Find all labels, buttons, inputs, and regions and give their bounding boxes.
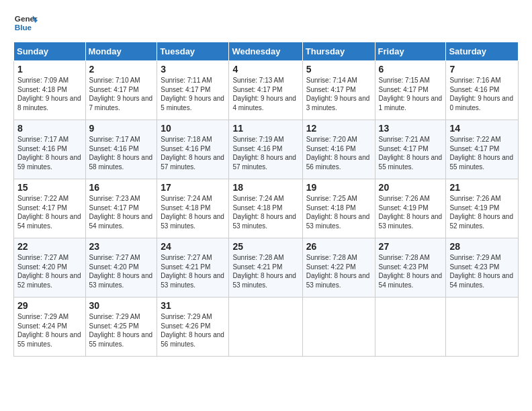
day-number: 3 — [161, 64, 225, 75]
calendar-cell: 11 Sunrise: 7:19 AM Sunset: 4:16 PM Dayl… — [229, 120, 302, 179]
day-number: 5 — [306, 64, 371, 75]
day-detail: Sunrise: 7:14 AM Sunset: 4:17 PM Dayligh… — [306, 76, 371, 112]
day-number: 18 — [232, 182, 298, 193]
day-number: 17 — [161, 182, 225, 193]
calendar-cell: 4 Sunrise: 7:13 AM Sunset: 4:17 PM Dayli… — [229, 61, 302, 120]
calendar-cell: 25 Sunrise: 7:28 AM Sunset: 4:21 PM Dayl… — [229, 238, 302, 298]
day-number: 9 — [89, 123, 154, 134]
calendar-cell: 19 Sunrise: 7:25 AM Sunset: 4:18 PM Dayl… — [302, 179, 375, 238]
day-detail: Sunrise: 7:19 AM Sunset: 4:16 PM Dayligh… — [232, 135, 298, 171]
logo: General Blue — [13, 11, 40, 35]
calendar-week-row: 15 Sunrise: 7:22 AM Sunset: 4:17 PM Dayl… — [14, 179, 519, 238]
calendar-week-row: 29 Sunrise: 7:29 AM Sunset: 4:24 PM Dayl… — [14, 298, 519, 357]
day-number: 11 — [232, 123, 298, 134]
calendar-day-header: Tuesday — [157, 42, 229, 61]
calendar-cell: 27 Sunrise: 7:28 AM Sunset: 4:23 PM Dayl… — [375, 238, 446, 298]
calendar-cell: 2 Sunrise: 7:10 AM Sunset: 4:17 PM Dayli… — [85, 61, 157, 120]
day-detail: Sunrise: 7:18 AM Sunset: 4:16 PM Dayligh… — [161, 135, 225, 171]
day-detail: Sunrise: 7:28 AM Sunset: 4:23 PM Dayligh… — [379, 253, 443, 289]
day-detail: Sunrise: 7:22 AM Sunset: 4:17 PM Dayligh… — [17, 194, 82, 230]
day-detail: Sunrise: 7:13 AM Sunset: 4:17 PM Dayligh… — [232, 76, 298, 112]
day-detail: Sunrise: 7:29 AM Sunset: 4:23 PM Dayligh… — [449, 253, 515, 289]
calendar-day-header: Thursday — [302, 42, 375, 61]
calendar-day-header: Wednesday — [229, 42, 302, 61]
day-number: 14 — [449, 123, 515, 134]
day-detail: Sunrise: 7:16 AM Sunset: 4:16 PM Dayligh… — [449, 76, 515, 112]
calendar-cell: 9 Sunrise: 7:17 AM Sunset: 4:16 PM Dayli… — [85, 120, 157, 179]
day-detail: Sunrise: 7:22 AM Sunset: 4:17 PM Dayligh… — [449, 135, 515, 171]
calendar-cell: 30 Sunrise: 7:29 AM Sunset: 4:25 PM Dayl… — [85, 298, 157, 357]
day-number: 6 — [379, 64, 443, 75]
day-number: 23 — [89, 241, 154, 252]
day-number: 24 — [161, 241, 225, 252]
calendar-cell: 21 Sunrise: 7:26 AM Sunset: 4:19 PM Dayl… — [446, 179, 519, 238]
day-detail: Sunrise: 7:21 AM Sunset: 4:17 PM Dayligh… — [379, 135, 443, 171]
day-detail: Sunrise: 7:17 AM Sunset: 4:16 PM Dayligh… — [89, 135, 154, 171]
calendar-cell: 18 Sunrise: 7:24 AM Sunset: 4:18 PM Dayl… — [229, 179, 302, 238]
calendar-cell: 15 Sunrise: 7:22 AM Sunset: 4:17 PM Dayl… — [14, 179, 86, 238]
calendar-cell — [229, 298, 302, 357]
day-detail: Sunrise: 7:27 AM Sunset: 4:21 PM Dayligh… — [161, 253, 225, 289]
day-number: 10 — [161, 123, 225, 134]
calendar-day-header: Saturday — [446, 42, 519, 61]
calendar-cell: 24 Sunrise: 7:27 AM Sunset: 4:21 PM Dayl… — [157, 238, 229, 298]
calendar-week-row: 1 Sunrise: 7:09 AM Sunset: 4:18 PM Dayli… — [14, 61, 519, 120]
calendar-cell: 22 Sunrise: 7:27 AM Sunset: 4:20 PM Dayl… — [14, 238, 86, 298]
day-number: 25 — [232, 241, 298, 252]
calendar-cell: 5 Sunrise: 7:14 AM Sunset: 4:17 PM Dayli… — [302, 61, 375, 120]
day-detail: Sunrise: 7:28 AM Sunset: 4:21 PM Dayligh… — [232, 253, 298, 289]
day-number: 16 — [89, 182, 154, 193]
day-number: 1 — [17, 64, 82, 75]
day-detail: Sunrise: 7:17 AM Sunset: 4:16 PM Dayligh… — [17, 135, 82, 171]
calendar-cell: 14 Sunrise: 7:22 AM Sunset: 4:17 PM Dayl… — [446, 120, 519, 179]
calendar-cell: 20 Sunrise: 7:26 AM Sunset: 4:19 PM Dayl… — [375, 179, 446, 238]
header: General Blue — [13, 11, 519, 35]
calendar-cell: 31 Sunrise: 7:29 AM Sunset: 4:26 PM Dayl… — [157, 298, 229, 357]
day-number: 22 — [17, 241, 82, 252]
day-detail: Sunrise: 7:23 AM Sunset: 4:17 PM Dayligh… — [89, 194, 154, 230]
calendar-cell: 17 Sunrise: 7:24 AM Sunset: 4:18 PM Dayl… — [157, 179, 229, 238]
day-detail: Sunrise: 7:25 AM Sunset: 4:18 PM Dayligh… — [306, 194, 371, 230]
day-number: 7 — [449, 64, 515, 75]
day-detail: Sunrise: 7:29 AM Sunset: 4:26 PM Dayligh… — [161, 312, 225, 349]
day-detail: Sunrise: 7:26 AM Sunset: 4:19 PM Dayligh… — [379, 194, 443, 230]
day-detail: Sunrise: 7:26 AM Sunset: 4:19 PM Dayligh… — [449, 194, 515, 230]
calendar-cell: 3 Sunrise: 7:11 AM Sunset: 4:17 PM Dayli… — [157, 61, 229, 120]
calendar-cell: 8 Sunrise: 7:17 AM Sunset: 4:16 PM Dayli… — [14, 120, 86, 179]
day-number: 20 — [379, 182, 443, 193]
day-number: 28 — [449, 241, 515, 252]
calendar-header-row: SundayMondayTuesdayWednesdayThursdayFrid… — [14, 42, 519, 61]
calendar-cell — [446, 298, 519, 357]
calendar-day-header: Monday — [85, 42, 157, 61]
calendar-cell: 13 Sunrise: 7:21 AM Sunset: 4:17 PM Dayl… — [375, 120, 446, 179]
day-number: 29 — [17, 300, 82, 311]
day-detail: Sunrise: 7:20 AM Sunset: 4:16 PM Dayligh… — [306, 135, 371, 171]
day-number: 31 — [161, 300, 225, 311]
day-detail: Sunrise: 7:29 AM Sunset: 4:25 PM Dayligh… — [89, 312, 154, 349]
day-detail: Sunrise: 7:28 AM Sunset: 4:22 PM Dayligh… — [306, 253, 371, 289]
svg-text:Blue: Blue — [15, 23, 32, 32]
day-number: 15 — [17, 182, 82, 193]
day-detail: Sunrise: 7:27 AM Sunset: 4:20 PM Dayligh… — [89, 253, 154, 289]
day-detail: Sunrise: 7:10 AM Sunset: 4:17 PM Dayligh… — [89, 76, 154, 112]
day-number: 30 — [89, 300, 154, 311]
day-detail: Sunrise: 7:24 AM Sunset: 4:18 PM Dayligh… — [161, 194, 225, 230]
day-number: 26 — [306, 241, 371, 252]
calendar-day-header: Sunday — [14, 42, 86, 61]
day-number: 27 — [379, 241, 443, 252]
calendar-cell: 12 Sunrise: 7:20 AM Sunset: 4:16 PM Dayl… — [302, 120, 375, 179]
calendar-day-header: Friday — [375, 42, 446, 61]
calendar-cell: 29 Sunrise: 7:29 AM Sunset: 4:24 PM Dayl… — [14, 298, 86, 357]
calendar-week-row: 22 Sunrise: 7:27 AM Sunset: 4:20 PM Dayl… — [14, 238, 519, 298]
calendar-cell: 1 Sunrise: 7:09 AM Sunset: 4:18 PM Dayli… — [14, 61, 86, 120]
day-detail: Sunrise: 7:27 AM Sunset: 4:20 PM Dayligh… — [17, 253, 82, 289]
calendar-cell: 7 Sunrise: 7:16 AM Sunset: 4:16 PM Dayli… — [446, 61, 519, 120]
calendar-cell: 16 Sunrise: 7:23 AM Sunset: 4:17 PM Dayl… — [85, 179, 157, 238]
day-detail: Sunrise: 7:15 AM Sunset: 4:17 PM Dayligh… — [379, 76, 443, 112]
calendar-cell: 26 Sunrise: 7:28 AM Sunset: 4:22 PM Dayl… — [302, 238, 375, 298]
calendar-cell: 23 Sunrise: 7:27 AM Sunset: 4:20 PM Dayl… — [85, 238, 157, 298]
day-detail: Sunrise: 7:24 AM Sunset: 4:18 PM Dayligh… — [232, 194, 298, 230]
day-number: 13 — [379, 123, 443, 134]
day-detail: Sunrise: 7:29 AM Sunset: 4:24 PM Dayligh… — [17, 312, 82, 349]
calendar-week-row: 8 Sunrise: 7:17 AM Sunset: 4:16 PM Dayli… — [14, 120, 519, 179]
